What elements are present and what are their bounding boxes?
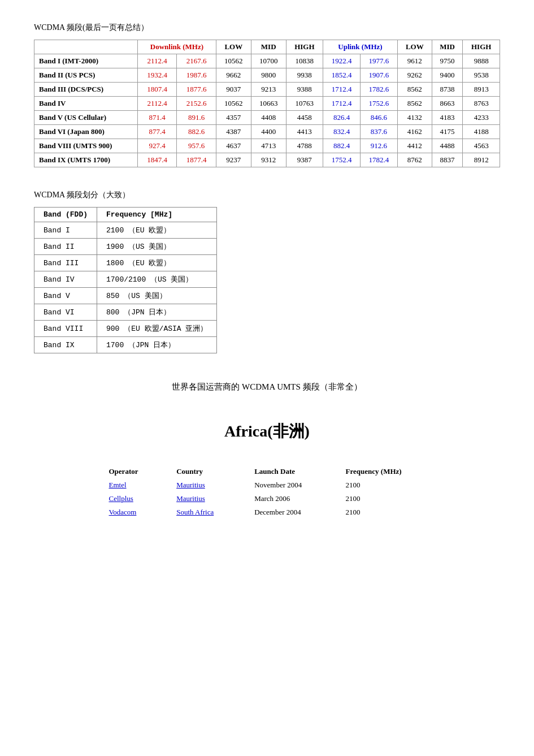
dl-freq2: 2167.6 [177,54,216,68]
band-row: Band I 2100 （EU 欧盟） [34,222,217,239]
dl-freq1: 927.4 [137,139,176,153]
dl-freq2: 2152.6 [177,97,216,111]
dl-mid: 4408 [251,111,286,125]
operator-name[interactable]: Emtel [98,478,166,492]
band-row: Band VIII 900 （EU 欧盟/ASIA 亚洲） [34,321,217,337]
ul-freq2: 1977.6 [360,54,397,68]
band-frequency: 900 （EU 欧盟/ASIA 亚洲） [97,321,217,337]
ul-freq2: 837.6 [360,125,397,139]
th-band [34,40,138,54]
band-division-section: WCDMA 频段划分（大致） Band (FDD) Frequency [MHz… [34,190,500,353]
dl-low: 9237 [216,153,251,167]
operator-freq: 2100 [335,492,437,506]
band-col-header: Band (FDD) [34,208,97,222]
band-name: Band II (US PCS) [34,68,138,83]
table-row: Band III (DCS/PCS) 1807.4 1877.6 9037 92… [34,83,500,97]
dl-high: 9388 [286,83,323,97]
th-ul-high: HIGH [463,40,500,54]
dl-low: 10562 [216,54,251,68]
main-frequency-table: Downlink (MHz) LOW MID HIGH Uplink (MHz)… [34,40,500,167]
ul-freq2: 1782.6 [360,83,397,97]
band-row: Band III 1800 （EU 欧盟） [34,255,217,271]
th-uplink: Uplink (MHz) [323,40,398,54]
ul-freq1: 826.4 [323,111,361,125]
band-fdd: Band VI [34,304,97,321]
ul-high: 8912 [463,153,500,167]
dl-high: 4458 [286,111,323,125]
ul-freq2: 1782.4 [360,153,397,167]
ul-freq1: 882.4 [323,139,361,153]
ul-low: 8562 [397,97,432,111]
operator-row: Emtel Mauritius November 2004 2100 [98,478,437,492]
ul-high: 9888 [463,54,500,68]
operator-country[interactable]: Mauritius [165,492,243,506]
th-dl-high: HIGH [286,40,323,54]
ul-freq1: 1922.4 [323,54,361,68]
dl-freq2: 1877.6 [177,83,216,97]
dl-high: 10838 [286,54,323,68]
ul-freq2: 846.6 [360,111,397,125]
band-frequency: 1700/2100 （US 美国） [97,271,217,288]
ul-mid: 4175 [432,125,463,139]
ul-freq1: 1752.4 [323,153,361,167]
dl-low: 10562 [216,97,251,111]
ul-low: 8762 [397,153,432,167]
section2-title: WCDMA 频段划分（大致） [34,190,500,200]
operator-name[interactable]: Vodacom [98,506,166,519]
table-row: Band IX (UMTS 1700) 1847.4 1877.4 9237 9… [34,153,500,167]
operator-col-header: Frequency (MHz) [335,465,437,478]
dl-mid: 9312 [251,153,286,167]
dl-freq2: 1877.4 [177,153,216,167]
dl-freq2: 1987.6 [177,68,216,83]
band-fdd: Band II [34,239,97,255]
band-fdd: Band III [34,255,97,271]
ul-mid: 4488 [432,139,463,153]
band-frequency: 800 （JPN 日本） [97,304,217,321]
dl-mid: 9800 [251,68,286,83]
ul-high: 8913 [463,83,500,97]
operator-freq: 2100 [335,478,437,492]
band-row: Band II 1900 （US 美国） [34,239,217,255]
ul-high: 4233 [463,111,500,125]
band-name: Band V (US Cellular) [34,111,138,125]
operator-row: Cellplus Mauritius March 2006 2100 [98,492,437,506]
ul-low: 9612 [397,54,432,68]
operator-col-header: Operator [98,465,166,478]
band-name: Band III (DCS/PCS) [34,83,138,97]
ul-low: 9262 [397,68,432,83]
band-frequency: 850 （US 美国） [97,288,217,304]
dl-freq1: 1807.4 [137,83,176,97]
ul-freq1: 1712.4 [323,97,361,111]
dl-mid: 4713 [251,139,286,153]
dl-high: 10763 [286,97,323,111]
ul-high: 4188 [463,125,500,139]
ul-high: 8763 [463,97,500,111]
dl-mid: 4400 [251,125,286,139]
table-row: Band V (US Cellular) 871.4 891.6 4357 44… [34,111,500,125]
band-name: Band VI (Japan 800) [34,125,138,139]
band-frequency: 2100 （EU 欧盟） [97,222,217,239]
band-fdd: Band V [34,288,97,304]
th-dl-low: LOW [216,40,251,54]
operator-country[interactable]: South Africa [165,506,243,519]
dl-low: 4357 [216,111,251,125]
operator-table: OperatorCountryLaunch DateFrequency (MHz… [98,465,437,519]
operator-col-header: Launch Date [243,465,334,478]
operator-launch: December 2004 [243,506,334,519]
operator-name[interactable]: Cellplus [98,492,166,506]
ul-low: 4162 [397,125,432,139]
th-ul-low: LOW [397,40,432,54]
dl-high: 9387 [286,153,323,167]
band-division-table: Band (FDD) Frequency [MHz] Band I 2100 （… [34,207,217,353]
table-row: Band VIII (UMTS 900) 927.4 957.6 4637 47… [34,139,500,153]
dl-freq2: 882.6 [177,125,216,139]
dl-mid: 9213 [251,83,286,97]
dl-freq2: 957.6 [177,139,216,153]
th-ul-mid: MID [432,40,463,54]
operator-freq: 2100 [335,506,437,519]
ul-mid: 4183 [432,111,463,125]
operator-country[interactable]: Mauritius [165,478,243,492]
band-row: Band IX 1700 （JPN 日本） [34,337,217,353]
freq-col-header: Frequency [MHz] [97,208,217,222]
table-row: Band IV 2112.4 2152.6 10562 10663 10763 … [34,97,500,111]
